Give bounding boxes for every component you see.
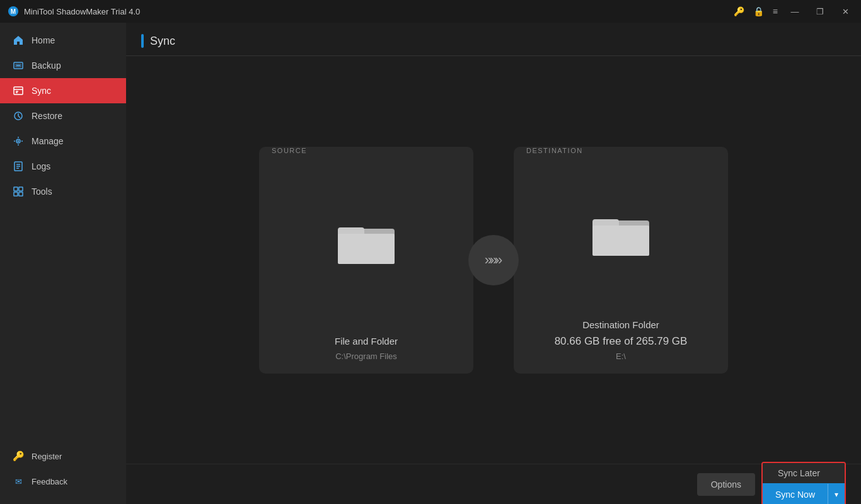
register-icon: 🔑: [13, 450, 24, 462]
sync-now-row: Sync Now ▾: [763, 483, 845, 505]
destination-card[interactable]: DESTINATION Destination Folder 80.66 GB …: [514, 147, 728, 374]
source-label: SOURCE: [272, 147, 307, 154]
destination-folder-icon-wrap: [592, 154, 649, 313]
source-folder-icon: [338, 220, 395, 264]
feedback-icon: ✉: [13, 476, 24, 487]
sidebar-item-backup[interactable]: Backup: [0, 53, 126, 78]
sync-now-dropdown-button[interactable]: ▾: [828, 484, 845, 505]
tools-icon: [13, 186, 24, 197]
manage-icon: [13, 135, 24, 147]
sidebar-item-home[interactable]: Home: [0, 28, 126, 53]
sidebar-label-backup: Backup: [32, 60, 61, 71]
source-name: File and Folder: [335, 336, 398, 346]
sync-area: SOURCE File and Folder C:\Program Files …: [126, 56, 861, 464]
sidebar-item-register[interactable]: 🔑 Register: [0, 444, 126, 469]
destination-folder-icon: [592, 212, 649, 256]
sync-icon: [13, 85, 24, 96]
sidebar-item-tools[interactable]: Tools: [0, 179, 126, 204]
svg-rect-16: [14, 187, 18, 191]
sidebar-label-feedback: Feedback: [32, 477, 67, 486]
sync-now-button[interactable]: Sync Now: [763, 483, 828, 505]
sidebar-label-restore: Restore: [32, 111, 62, 121]
key-icon[interactable]: 🔑: [734, 6, 744, 16]
close-button[interactable]: ✕: [837, 3, 853, 20]
sidebar-item-manage[interactable]: Manage: [0, 129, 126, 154]
arrow-connector: »»»: [468, 235, 519, 285]
app-body: Home Backup: [0, 23, 861, 504]
svg-rect-5: [14, 87, 23, 94]
sidebar-nav: Home Backup: [0, 23, 126, 444]
minimize-button[interactable]: —: [787, 3, 803, 20]
dropdown-chevron-icon: ▾: [835, 490, 838, 499]
svg-point-11: [18, 140, 20, 142]
bottom-bar: Options Sync Later Sync Now ▾: [126, 464, 861, 504]
source-folder-icon-wrap: [338, 154, 395, 329]
logs-icon: [13, 161, 24, 172]
destination-label: DESTINATION: [526, 147, 583, 154]
maximize-button[interactable]: ❐: [812, 3, 828, 20]
source-card[interactable]: SOURCE File and Folder C:\Program Files: [259, 147, 473, 374]
titlebar-actions: 🔑 🔒 ≡ — ❐ ✕: [734, 3, 853, 20]
sidebar-bottom: 🔑 Register ✉ Feedback: [0, 444, 126, 504]
svg-rect-19: [19, 192, 23, 196]
sidebar-label-register: Register: [32, 452, 62, 461]
source-path: C:\Program Files: [335, 352, 397, 361]
header-accent: [141, 34, 144, 48]
menu-icon[interactable]: ≡: [773, 6, 778, 16]
page-title: Sync: [150, 35, 175, 48]
svg-rect-17: [19, 187, 23, 191]
arrow-chevrons-icon: »»»: [485, 252, 500, 268]
sidebar-item-sync[interactable]: Sync: [0, 78, 126, 103]
titlebar: M MiniTool ShadowMaker Trial 4.0 🔑 🔒 ≡ —…: [0, 0, 861, 23]
sidebar: Home Backup: [0, 23, 126, 504]
app-logo: M: [8, 6, 19, 17]
sidebar-label-manage: Manage: [32, 136, 64, 146]
sync-action-group: Sync Later Sync Now ▾: [761, 462, 846, 505]
home-icon: [13, 35, 24, 46]
svg-text:M: M: [11, 8, 16, 15]
destination-name: Destination Folder: [582, 319, 659, 330]
destination-free: 80.66 GB free of 265.79 GB: [555, 335, 688, 348]
sidebar-label-home: Home: [32, 35, 55, 45]
lock-icon[interactable]: 🔒: [753, 6, 764, 16]
sidebar-label-logs: Logs: [32, 161, 50, 171]
svg-rect-18: [14, 192, 18, 196]
content-area: Sync SOURCE File and Folder C:\Program F…: [126, 23, 861, 504]
sync-later-button[interactable]: Sync Later: [763, 463, 845, 483]
restore-icon: [13, 110, 24, 122]
options-button[interactable]: Options: [697, 473, 755, 496]
sidebar-item-restore[interactable]: Restore: [0, 103, 126, 129]
backup-icon: [13, 60, 24, 71]
sidebar-label-tools: Tools: [32, 186, 52, 197]
sidebar-item-logs[interactable]: Logs: [0, 154, 126, 179]
sidebar-item-feedback[interactable]: ✉ Feedback: [0, 469, 126, 494]
sidebar-label-sync: Sync: [32, 86, 51, 96]
page-header: Sync: [126, 23, 861, 56]
destination-path: E:\: [616, 352, 626, 361]
app-title: MiniTool ShadowMaker Trial 4.0: [24, 7, 734, 16]
